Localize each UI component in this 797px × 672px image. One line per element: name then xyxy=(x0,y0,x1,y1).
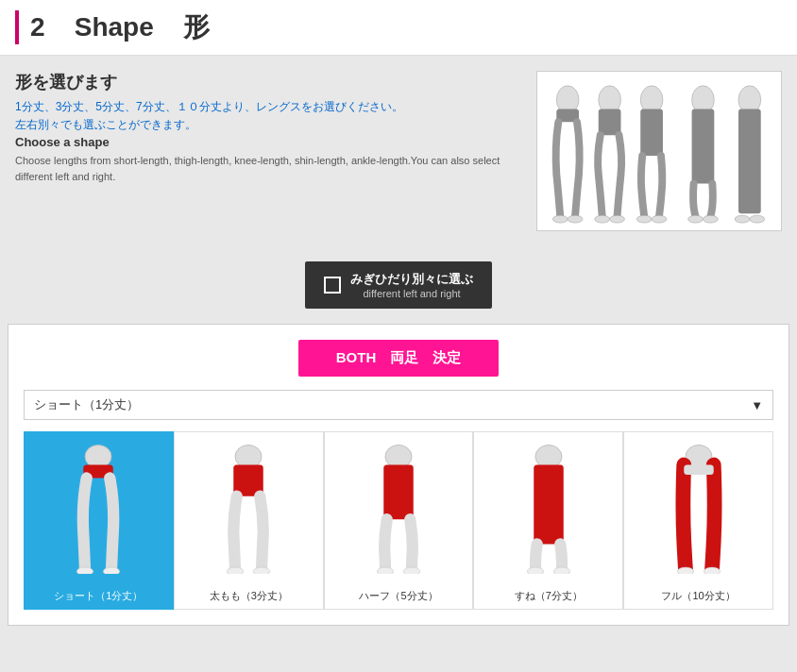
page-title-en: Shape xyxy=(75,12,154,42)
svg-point-35 xyxy=(527,567,544,574)
svg-point-15 xyxy=(688,215,704,223)
svg-point-20 xyxy=(750,215,765,223)
choose-shape-label: Choose a shape xyxy=(15,135,521,149)
both-button[interactable]: BOTH 両足 決定 xyxy=(298,340,500,377)
svg-rect-6 xyxy=(599,109,621,136)
svg-rect-34 xyxy=(534,465,564,545)
shape-image-knee xyxy=(325,432,473,583)
svg-rect-10 xyxy=(640,109,663,156)
svg-point-3 xyxy=(552,215,568,223)
svg-point-40 xyxy=(704,567,721,574)
shape-svg-short xyxy=(65,442,131,574)
different-left-right-button[interactable]: みぎひだり別々に選ぶ different left and right xyxy=(305,261,492,309)
shape-item-short[interactable]: ショート（1分丈） xyxy=(24,431,174,610)
page-title-jp: 形 xyxy=(183,12,210,42)
page-title: 2 Shape 形 xyxy=(30,9,210,45)
shape-svg-ankle xyxy=(666,442,732,574)
svg-point-11 xyxy=(636,215,652,223)
svg-point-16 xyxy=(703,215,718,223)
svg-point-4 xyxy=(568,215,583,223)
shape-label-shin: すね（7分丈） xyxy=(474,583,622,609)
shape-label-thigh: 太もも（3分丈） xyxy=(175,583,323,609)
header-accent-bar xyxy=(15,10,19,44)
shapes-grid: ショート（1分丈） 太もも（3分丈） xyxy=(24,431,773,610)
section-title-jp: 形を選びます xyxy=(15,71,521,93)
svg-point-28 xyxy=(253,567,270,574)
svg-point-27 xyxy=(227,567,244,574)
description-en: Choose lengths from short-length, thigh-… xyxy=(15,153,521,184)
shape-item-knee[interactable]: ハーフ（5分丈） xyxy=(324,431,474,610)
shape-image-ankle xyxy=(624,432,772,583)
selection-panel: BOTH 両足 決定 ショート（1分丈） ▼ ショート（1分丈） xyxy=(8,324,789,626)
svg-rect-30 xyxy=(383,465,414,520)
dropdown-label: ショート（1分丈） xyxy=(34,396,139,413)
toggle-text-jp: みぎひだり別々に選ぶ xyxy=(350,271,473,288)
svg-point-29 xyxy=(385,445,412,469)
svg-point-39 xyxy=(677,567,694,574)
svg-point-33 xyxy=(535,445,562,469)
toggle-section: みぎひだり別々に選ぶ different left and right xyxy=(0,261,797,309)
page-header: 2 Shape 形 xyxy=(0,0,797,56)
shape-label-knee: ハーフ（5分丈） xyxy=(325,583,473,609)
svg-point-23 xyxy=(77,567,94,574)
svg-point-24 xyxy=(104,567,121,574)
shape-label-ankle: フル（10分丈） xyxy=(624,583,772,609)
shape-dropdown[interactable]: ショート（1分丈） ▼ xyxy=(24,390,773,420)
shape-item-shin[interactable]: すね（7分丈） xyxy=(473,431,623,610)
page-number: 2 xyxy=(30,12,45,42)
description-jp-line1: 1分丈、3分丈、5分丈、7分丈、１０分丈より、レングスをお選びください。 xyxy=(15,99,521,115)
svg-point-21 xyxy=(85,445,111,469)
shape-item-ankle[interactable]: フル（10分丈） xyxy=(623,431,773,610)
shape-image-thigh xyxy=(175,432,323,583)
svg-rect-18 xyxy=(738,109,761,214)
shape-svg-shin xyxy=(516,442,582,574)
shape-label-short: ショート（1分丈） xyxy=(25,583,173,609)
svg-rect-38 xyxy=(684,465,714,476)
right-panel xyxy=(536,71,782,231)
shape-item-thigh[interactable]: 太もも（3分丈） xyxy=(174,431,324,610)
shape-svg-knee xyxy=(365,442,432,574)
preview-svg xyxy=(537,72,781,230)
chevron-down-icon: ▼ xyxy=(751,398,763,412)
left-panel: 形を選びます 1分丈、3分丈、5分丈、7分丈、１０分丈より、レングスをお選びくだ… xyxy=(15,71,521,231)
svg-point-25 xyxy=(235,445,262,469)
toggle-button-text: みぎひだり別々に選ぶ different left and right xyxy=(350,271,473,299)
svg-point-32 xyxy=(403,567,420,574)
svg-point-31 xyxy=(377,567,394,574)
svg-rect-14 xyxy=(692,109,715,184)
toggle-checkbox-icon xyxy=(324,277,341,294)
svg-point-19 xyxy=(735,215,750,223)
toggle-text-en: different left and right xyxy=(350,288,473,299)
svg-point-8 xyxy=(610,215,625,223)
svg-point-36 xyxy=(553,567,570,574)
shape-svg-thigh xyxy=(215,442,281,574)
shape-image-short xyxy=(25,432,173,583)
description-jp-line2: 左右別々でも選ぶことができます。 xyxy=(15,117,521,133)
svg-point-12 xyxy=(652,215,667,223)
content-area: 形を選びます 1分丈、3分丈、5分丈、7分丈、１０分丈より、レングスをお選びくだ… xyxy=(0,56,797,246)
shape-preview-image xyxy=(536,71,782,231)
svg-point-7 xyxy=(595,215,610,223)
shape-image-shin xyxy=(474,432,622,583)
